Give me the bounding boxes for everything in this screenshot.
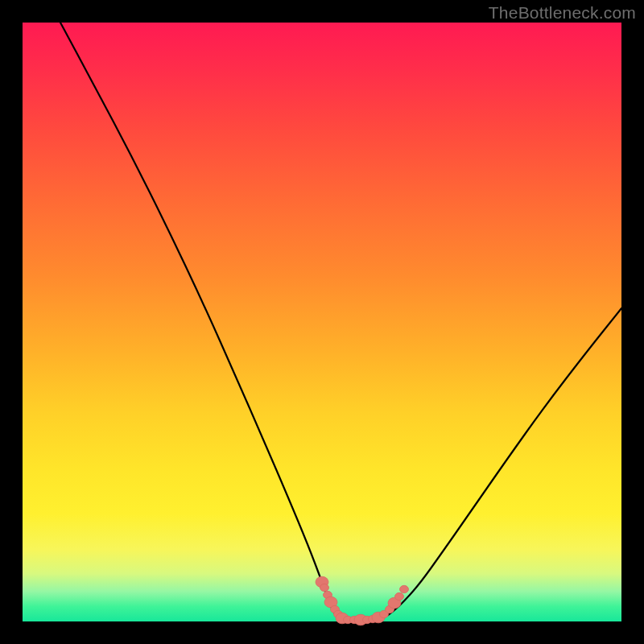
watermark-text: TheBottleneck.com bbox=[489, 3, 636, 23]
curve-right-branch bbox=[377, 308, 621, 620]
marker-dot bbox=[395, 592, 404, 600]
chart-frame: TheBottleneck.com bbox=[0, 0, 644, 644]
marker-dot bbox=[320, 584, 329, 591]
plot-area bbox=[23, 23, 621, 621]
marker-cluster bbox=[316, 576, 409, 625]
marker-dot bbox=[400, 585, 409, 592]
chart-svg bbox=[23, 23, 621, 621]
curve-left-branch bbox=[60, 23, 343, 620]
curve-group bbox=[60, 23, 621, 620]
